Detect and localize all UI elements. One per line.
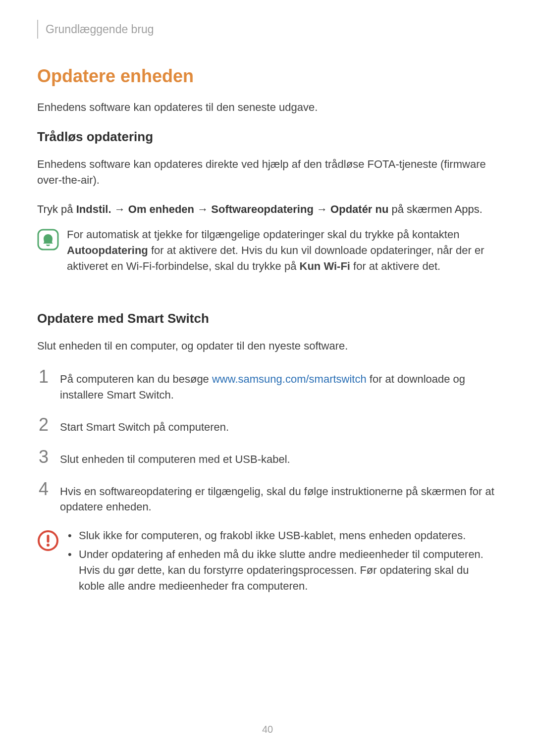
notice-icon [37, 229, 59, 252]
step-2: 2 Start Smart Switch på computeren. [37, 416, 498, 435]
wireless-description: Enhedens software kan opdateres direkte … [37, 156, 498, 188]
breadcrumb: Grundlæggende brug [46, 23, 154, 36]
svg-point-3 [47, 544, 50, 547]
header-breadcrumb-region: Grundlæggende brug [37, 20, 498, 39]
note-autoopdatering: Autoopdatering [67, 244, 148, 256]
note-text: For automatisk at tjekke for tilgængelig… [67, 227, 498, 274]
page-number: 40 [0, 724, 535, 735]
note-block: For automatisk at tjekke for tilgængelig… [37, 227, 498, 274]
intro-paragraph: Enhedens software kan opdateres til den … [37, 100, 498, 115]
step-3: 3 Slut enheden til computeren med et USB… [37, 448, 498, 467]
step1-pre: På computeren kan du besøge [60, 373, 212, 385]
step-2-text: Start Smart Switch på computeren. [60, 416, 229, 435]
warning-item-2: Under opdatering af enheden må du ikke s… [68, 547, 498, 594]
smartswitch-description: Slut enheden til en computer, og opdater… [37, 338, 498, 354]
step-number-3: 3 [37, 448, 50, 466]
note-post: for at aktivere det. [350, 260, 440, 272]
steps-list: 1 På computeren kan du besøge www.samsun… [37, 368, 498, 515]
wireless-heading: Trådløs opdatering [37, 129, 498, 145]
warning-item-1: Sluk ikke for computeren, og frakobl ikk… [68, 528, 498, 544]
path-indstil: Indstil. [76, 203, 111, 215]
page-title: Opdatere enheden [37, 66, 498, 87]
step-4: 4 Hvis en softwareopdatering er tilgænge… [37, 480, 498, 515]
path-prefix: Tryk på [37, 203, 76, 215]
note-pre: For automatisk at tjekke for tilgængelig… [67, 228, 459, 241]
step-4-text: Hvis en softwareopdatering er tilgængeli… [60, 480, 498, 515]
step-1-text: På computeren kan du besøge www.samsung.… [60, 368, 498, 403]
path-suffix: på skærmen Apps. [388, 203, 482, 215]
smartswitch-link[interactable]: www.samsung.com/smartswitch [212, 373, 367, 385]
note-kun-wifi: Kun Wi-Fi [300, 260, 350, 272]
navigation-path: Tryk på Indstil. → Om enheden → Software… [37, 202, 498, 217]
step-number-1: 1 [37, 368, 50, 386]
step-number-4: 4 [37, 480, 50, 498]
warning-icon [37, 530, 59, 554]
path-om-enheden: Om enheden [128, 203, 194, 215]
path-softwareopdatering: Softwareopdatering [211, 203, 314, 215]
step-1: 1 På computeren kan du besøge www.samsun… [37, 368, 498, 403]
step-number-2: 2 [37, 416, 50, 434]
svg-rect-2 [47, 535, 50, 543]
path-arrow-1: → [111, 203, 128, 215]
warning-block: Sluk ikke for computeren, og frakobl ikk… [37, 528, 498, 597]
path-arrow-3: → [314, 203, 330, 215]
smartswitch-heading: Opdatere med Smart Switch [37, 311, 498, 326]
path-opdater-nu: Opdatér nu [330, 203, 388, 215]
step-3-text: Slut enheden til computeren med et USB-k… [60, 448, 290, 467]
warning-list: Sluk ikke for computeren, og frakobl ikk… [68, 528, 498, 597]
path-arrow-2: → [194, 203, 211, 215]
